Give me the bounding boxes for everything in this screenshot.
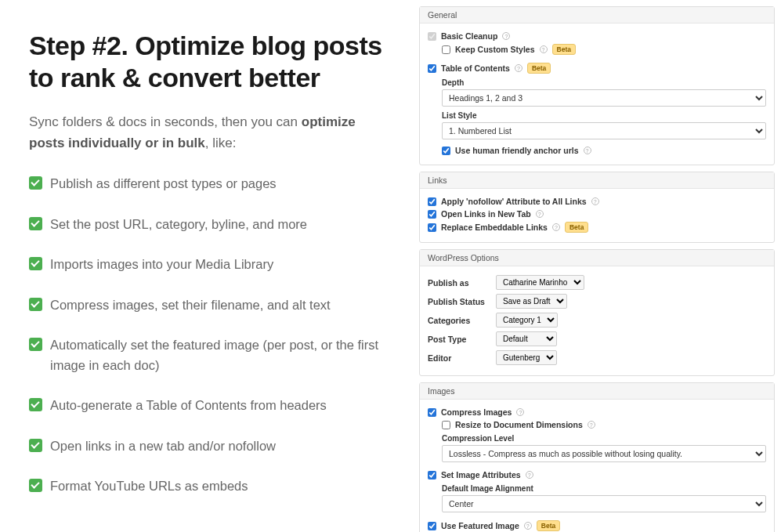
set-attrs-checkbox[interactable] xyxy=(428,471,436,480)
categories-label: Categories xyxy=(428,316,486,325)
row-new-tab: Open Links in New Tab ? xyxy=(428,209,766,219)
marketing-copy: Step #2. Optimize blog posts to rank & c… xyxy=(0,0,397,532)
beta-badge: Beta xyxy=(552,44,576,55)
help-icon[interactable]: ? xyxy=(516,408,524,416)
feature-text: Open links in a new tab and/or nofollow xyxy=(50,436,276,457)
row-use-featured: Use Featured Image ? Beta xyxy=(428,520,766,531)
publish-status-label: Publish Status xyxy=(428,297,486,306)
row-friendly-urls: Use human friendly anchor urls ? xyxy=(442,146,766,155)
check-icon xyxy=(29,257,42,270)
check-icon xyxy=(29,338,42,351)
panel-header-general: General xyxy=(420,7,774,24)
panel-body: Publish as Catharine Marinho Publish Sta… xyxy=(420,266,774,375)
row-publish-as: Publish as Catharine Marinho xyxy=(428,275,766,290)
help-icon[interactable]: ? xyxy=(591,197,599,205)
feature-text: Publish as different post types or pages xyxy=(50,174,277,194)
publish-as-select[interactable]: Catharine Marinho xyxy=(496,275,584,290)
new-tab-label: Open Links in New Tab xyxy=(441,209,531,219)
nofollow-label: Apply 'nofollow' Attribute to All Links xyxy=(441,197,587,206)
check-icon xyxy=(29,217,42,230)
use-featured-checkbox[interactable] xyxy=(428,522,436,530)
keep-custom-styles-label: Keep Custom Styles xyxy=(455,45,535,54)
feature-text: Compress images, set their filename, and… xyxy=(50,295,331,316)
intro-text: Sync folders & docs in seconds, then you… xyxy=(29,111,389,154)
resize-checkbox[interactable] xyxy=(442,421,450,429)
help-icon[interactable]: ? xyxy=(515,64,522,72)
replace-embed-label: Replace Embeddable Links xyxy=(441,223,548,232)
toc-label: Table of Contents xyxy=(441,63,510,73)
check-icon xyxy=(29,439,42,452)
keep-custom-styles-checkbox[interactable] xyxy=(442,45,450,54)
replace-embed-checkbox[interactable] xyxy=(428,223,436,232)
list-item: Publish as different post types or pages xyxy=(29,174,389,194)
use-featured-label: Use Featured Image xyxy=(441,521,519,530)
publish-status-select[interactable]: Save as Draft xyxy=(496,294,567,309)
page-title: Step #2. Optimize blog posts to rank & c… xyxy=(29,30,389,94)
check-icon xyxy=(29,176,42,190)
new-tab-checkbox[interactable] xyxy=(428,210,436,219)
help-icon[interactable]: ? xyxy=(526,471,533,479)
list-item: Automatically set the featured image (pe… xyxy=(29,335,389,375)
feature-list: Publish as different post types or pages… xyxy=(29,174,389,497)
post-type-select[interactable]: Default xyxy=(496,331,557,346)
default-align-label: Default Image Alignment xyxy=(442,484,766,493)
panel-links: Links Apply 'nofollow' Attribute to All … xyxy=(419,172,775,243)
settings-column: General Basic Cleanup ? Keep Custom Styl… xyxy=(397,0,781,532)
row-publish-status: Publish Status Save as Draft xyxy=(428,294,766,309)
publish-as-label: Publish as xyxy=(428,278,486,288)
depth-select[interactable]: Headings 1, 2 and 3 xyxy=(442,89,766,107)
feature-text: Automatically set the featured image (pe… xyxy=(50,335,389,375)
beta-badge: Beta xyxy=(565,222,588,233)
list-item: Imports images into your Media Library xyxy=(29,255,389,275)
depth-label: Depth xyxy=(442,78,766,87)
list-item: Format YouTube URLs as embeds xyxy=(29,476,389,497)
row-editor: Editor Gutenberg xyxy=(428,350,766,365)
panel-images: Images Compress Images ? Resize to Docum… xyxy=(419,382,775,532)
friendly-urls-label: Use human friendly anchor urls xyxy=(455,146,579,155)
panel-general: General Basic Cleanup ? Keep Custom Styl… xyxy=(419,6,775,165)
intro-after: , like: xyxy=(205,136,237,150)
intro-plain: Sync folders & docs in seconds, then you… xyxy=(29,114,302,129)
compression-level-select[interactable]: Lossless - Compress as much as possible … xyxy=(442,445,766,462)
help-icon[interactable]: ? xyxy=(584,147,591,154)
row-compress: Compress Images ? xyxy=(428,407,766,417)
help-icon[interactable]: ? xyxy=(502,32,510,40)
help-icon[interactable]: ? xyxy=(524,522,532,530)
basic-cleanup-checkbox[interactable] xyxy=(428,32,436,41)
row-basic-cleanup: Basic Cleanup ? xyxy=(428,31,766,41)
help-icon[interactable]: ? xyxy=(588,421,595,429)
toc-checkbox[interactable] xyxy=(428,64,436,73)
panel-body: Basic Cleanup ? Keep Custom Styles ? Bet… xyxy=(420,24,774,165)
editor-select[interactable]: Gutenberg xyxy=(496,350,557,365)
check-icon xyxy=(29,298,42,311)
friendly-urls-checkbox[interactable] xyxy=(442,147,450,155)
compress-label: Compress Images xyxy=(441,407,512,417)
nofollow-checkbox[interactable] xyxy=(428,197,436,206)
feature-text: Auto-generate a Table of Contents from h… xyxy=(50,396,327,416)
editor-label: Editor xyxy=(428,353,486,363)
feature-text: Imports images into your Media Library xyxy=(50,255,273,275)
post-type-label: Post Type xyxy=(428,335,486,344)
compress-checkbox[interactable] xyxy=(428,408,436,417)
help-icon[interactable]: ? xyxy=(540,45,548,53)
row-nofollow: Apply 'nofollow' Attribute to All Links … xyxy=(428,197,766,206)
panel-header-links: Links xyxy=(420,172,774,189)
help-icon[interactable]: ? xyxy=(536,210,544,218)
row-set-attrs: Set Image Attributes ? xyxy=(428,470,766,480)
help-icon[interactable]: ? xyxy=(552,223,560,231)
panel-body: Apply 'nofollow' Attribute to All Links … xyxy=(420,189,774,242)
beta-badge: Beta xyxy=(537,520,560,531)
compression-level-label: Compression Level xyxy=(442,434,766,443)
row-toc: Table of Contents ? Beta xyxy=(428,63,766,74)
list-style-select[interactable]: 1. Numbered List xyxy=(442,122,766,139)
panel-header-images: Images xyxy=(420,383,774,400)
default-align-select[interactable]: Center xyxy=(442,495,766,512)
list-item: Set the post URL, category, byline, and … xyxy=(29,215,389,235)
row-categories: Categories Category 1 xyxy=(428,313,766,328)
basic-cleanup-label: Basic Cleanup xyxy=(441,31,497,41)
feature-text: Set the post URL, category, byline, and … xyxy=(50,215,307,235)
feature-text: Format YouTube URLs as embeds xyxy=(50,476,248,497)
row-resize: Resize to Document Dimensions ? xyxy=(442,420,766,429)
categories-select[interactable]: Category 1 xyxy=(496,313,558,328)
check-icon xyxy=(29,398,42,411)
